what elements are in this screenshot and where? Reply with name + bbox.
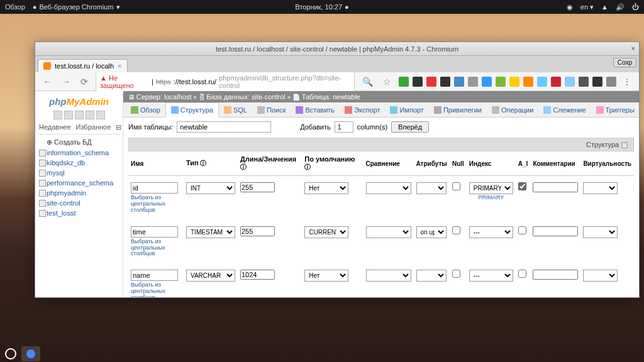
ext-icon[interactable] bbox=[426, 77, 436, 87]
col-name-input[interactable] bbox=[131, 270, 178, 281]
url-input[interactable]: ▲ Не защищено | https://test.losst.ru/ph… bbox=[96, 72, 355, 92]
col-comment-input[interactable] bbox=[533, 182, 578, 192]
col-index-select[interactable]: --- bbox=[469, 226, 513, 238]
network-icon[interactable]: ▲ bbox=[601, 3, 608, 11]
ext-icon[interactable] bbox=[496, 77, 506, 87]
db-item[interactable]: kibqdskz_db bbox=[38, 158, 120, 168]
db-item[interactable]: mysql bbox=[38, 168, 120, 178]
db-item[interactable]: phpmyadmin bbox=[38, 188, 120, 198]
pick-central-link[interactable]: Выбрать из центральных столбцов bbox=[131, 282, 181, 297]
star-icon[interactable]: ☆ bbox=[380, 75, 394, 88]
col-ai-checkbox[interactable] bbox=[518, 270, 526, 278]
ext-icon[interactable] bbox=[592, 77, 602, 87]
col-type-select[interactable]: TIMESTAMP bbox=[186, 226, 235, 238]
db-item[interactable]: test_losst bbox=[38, 208, 120, 218]
power-icon[interactable]: ⏻ bbox=[632, 3, 639, 11]
tab-browse[interactable]: Обзор bbox=[126, 102, 165, 117]
col-default-select[interactable]: Нет bbox=[304, 182, 348, 194]
launcher-icon[interactable] bbox=[5, 348, 16, 359]
ext-icon[interactable] bbox=[606, 77, 616, 87]
home-icon[interactable] bbox=[53, 111, 62, 119]
lang-indicator[interactable]: en ▾ bbox=[580, 3, 594, 11]
window-titlebar[interactable]: test.losst.ru / localhost / site-control… bbox=[35, 42, 639, 56]
forward-icon[interactable]: → bbox=[59, 75, 73, 88]
col-null-checkbox[interactable] bbox=[452, 226, 460, 234]
col-attr-select[interactable]: on update bbox=[416, 226, 447, 238]
reload-icon[interactable]: ⟳ bbox=[78, 75, 91, 88]
col-type-select[interactable]: INT bbox=[186, 182, 235, 194]
col-attr-select[interactable] bbox=[416, 270, 447, 282]
tab-search[interactable]: Поиск bbox=[252, 102, 291, 117]
menu-icon[interactable]: ⋮ bbox=[620, 75, 634, 88]
col-name-input[interactable] bbox=[131, 182, 178, 194]
go-button[interactable]: Вперёд bbox=[391, 121, 429, 133]
col-null-checkbox[interactable] bbox=[452, 182, 460, 190]
col-null-checkbox[interactable] bbox=[452, 270, 460, 278]
col-length-input[interactable] bbox=[240, 270, 275, 280]
ext-icon[interactable] bbox=[413, 77, 423, 87]
tab-insert[interactable]: Вставить bbox=[291, 102, 340, 117]
docs-icon[interactable] bbox=[75, 111, 84, 119]
col-virtuality-select[interactable] bbox=[583, 270, 618, 282]
col-type-select[interactable]: VARCHAR bbox=[186, 270, 235, 282]
col-name-input[interactable] bbox=[131, 226, 178, 238]
logout-icon[interactable] bbox=[64, 111, 73, 119]
ext-icon[interactable] bbox=[537, 77, 547, 87]
col-collation-select[interactable] bbox=[366, 182, 411, 194]
pick-central-link[interactable]: Выбрать из центральных столбцов bbox=[131, 239, 181, 258]
col-comment-input[interactable] bbox=[533, 226, 578, 236]
new-db[interactable]: ⊕ Создать БД bbox=[38, 137, 120, 148]
col-virtuality-select[interactable] bbox=[583, 182, 618, 194]
pick-central-link[interactable]: Выбрать из центральных столбцов bbox=[131, 195, 181, 214]
ext-icon[interactable] bbox=[440, 77, 450, 87]
snapshot-button[interactable]: Сохр bbox=[613, 58, 636, 67]
tab-sql[interactable]: SQL bbox=[219, 102, 252, 117]
table-name-input[interactable] bbox=[177, 121, 271, 133]
tab-import[interactable]: Импорт bbox=[385, 102, 428, 117]
db-item[interactable]: site-control bbox=[38, 198, 120, 208]
ext-icon[interactable] bbox=[565, 77, 575, 87]
reload-icon[interactable] bbox=[96, 111, 105, 119]
tab-triggers[interactable]: Триггеры bbox=[591, 102, 639, 117]
ext-icon[interactable] bbox=[523, 77, 533, 87]
col-default-select[interactable]: Нет bbox=[304, 270, 348, 282]
recent-tab[interactable]: Недавнее bbox=[39, 123, 71, 131]
ext-icon[interactable] bbox=[579, 77, 589, 87]
col-collation-select[interactable] bbox=[366, 270, 411, 282]
tab-close-icon[interactable]: × bbox=[118, 62, 121, 70]
col-comment-input[interactable] bbox=[533, 270, 578, 280]
col-default-select[interactable]: CURRENT_TIME bbox=[304, 226, 348, 238]
col-ai-checkbox[interactable] bbox=[518, 182, 526, 190]
back-icon[interactable]: ← bbox=[40, 75, 54, 88]
settings-icon[interactable] bbox=[86, 111, 94, 119]
tab-structure[interactable]: Структура bbox=[165, 102, 219, 118]
add-cols-input[interactable] bbox=[335, 121, 353, 133]
tab-privileges[interactable]: Привилегии bbox=[429, 102, 487, 117]
tab-operations[interactable]: Операции bbox=[487, 102, 538, 117]
activities[interactable]: Обзор bbox=[5, 3, 25, 11]
col-ai-checkbox[interactable] bbox=[518, 226, 526, 234]
tab-tracking[interactable]: Слежение bbox=[538, 102, 591, 117]
tab-export[interactable]: Экспорт bbox=[340, 102, 385, 117]
col-index-select[interactable]: PRIMARY bbox=[469, 182, 513, 194]
col-attr-select[interactable] bbox=[416, 182, 447, 194]
ext-icon[interactable] bbox=[509, 77, 519, 87]
search-icon[interactable]: 🔍 bbox=[360, 75, 375, 88]
ext-icon[interactable] bbox=[399, 77, 409, 87]
clock[interactable]: Вторник, 10:27 ● bbox=[295, 3, 348, 11]
app-menu[interactable]: ● Веб-браузер Chromium ▾ bbox=[33, 3, 120, 11]
ext-icon[interactable] bbox=[482, 77, 492, 87]
ext-icon[interactable] bbox=[468, 77, 478, 87]
col-collation-select[interactable] bbox=[366, 226, 411, 238]
db-item[interactable]: performance_schema bbox=[38, 178, 120, 188]
close-icon[interactable]: × bbox=[631, 45, 635, 52]
col-virtuality-select[interactable] bbox=[583, 226, 618, 238]
ext-icon[interactable] bbox=[551, 77, 561, 87]
volume-icon[interactable]: 🔊 bbox=[616, 3, 625, 11]
col-length-input[interactable] bbox=[240, 226, 275, 236]
dock-app[interactable] bbox=[21, 346, 40, 361]
browser-tab[interactable]: test.losst.ru / localh × bbox=[38, 59, 128, 72]
col-index-select[interactable]: --- bbox=[469, 270, 513, 282]
a11y-icon[interactable]: ◉ bbox=[567, 3, 573, 11]
db-item[interactable]: information_schema bbox=[38, 148, 120, 158]
